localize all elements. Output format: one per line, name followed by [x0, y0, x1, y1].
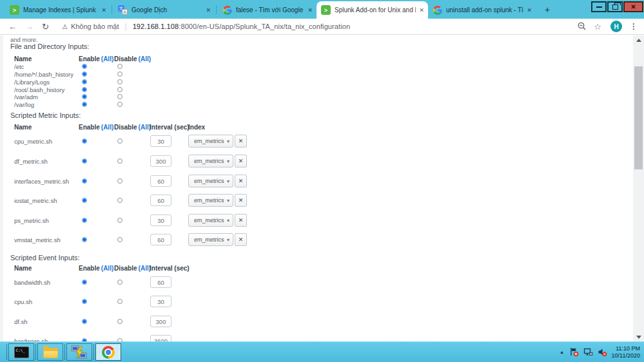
taskbar-command-prompt[interactable]: C:\_: [8, 343, 34, 361]
enable-radio[interactable]: [82, 319, 87, 324]
remove-button[interactable]: ✕: [235, 155, 247, 167]
input-name: vmstat_metric.sh: [14, 236, 61, 243]
back-button[interactable]: ←: [8, 22, 17, 32]
tab-google-translate[interactable]: 文 A Google Dịch ✕: [113, 1, 215, 19]
disable-radio[interactable]: [117, 237, 122, 242]
input-name: df_metric.sh: [14, 158, 48, 165]
disable-radio[interactable]: [117, 158, 122, 164]
address-bar[interactable]: 192.168.1.108:8000/en-US/app/Splunk_TA_n…: [133, 23, 351, 30]
scroll-thumb[interactable]: [634, 66, 643, 169]
menu-icon[interactable]: ⋮: [630, 22, 638, 31]
disable-radio[interactable]: [117, 87, 122, 92]
enable-radio[interactable]: [82, 87, 87, 92]
interval-input[interactable]: 60: [150, 195, 171, 206]
index-select[interactable]: em_metrics▾: [188, 214, 233, 227]
index-select-value: em_metrics: [194, 197, 224, 204]
remove-button[interactable]: ✕: [235, 233, 247, 246]
taskbar-putty[interactable]: [66, 343, 92, 361]
interval-input[interactable]: 30: [150, 296, 171, 307]
close-icon[interactable]: ✕: [419, 7, 424, 14]
warning-icon[interactable]: ⚠: [62, 23, 68, 30]
close-icon[interactable]: ✕: [206, 7, 211, 14]
interval-input[interactable]: 60: [150, 234, 171, 245]
tab-google-search-uninstall[interactable]: uninstall add-on splunk - Tìm v ✕: [428, 1, 536, 19]
interval-input[interactable]: 30: [150, 214, 171, 226]
remove-button[interactable]: ✕: [235, 175, 247, 187]
disable-radio[interactable]: [117, 218, 122, 223]
clock[interactable]: 11:10 PM 10/11/2020: [612, 345, 640, 359]
enable-all-link[interactable]: (All): [101, 55, 113, 62]
disable-radio[interactable]: [117, 94, 122, 99]
disable-radio[interactable]: [117, 178, 122, 184]
enable-radio[interactable]: [82, 178, 87, 184]
disable-radio[interactable]: [117, 79, 122, 84]
remove-button[interactable]: ✕: [235, 194, 247, 207]
restore-button[interactable]: [607, 1, 623, 12]
close-icon[interactable]: ✕: [101, 7, 106, 14]
disable-radio[interactable]: [117, 299, 122, 304]
disable-radio[interactable]: [117, 319, 122, 324]
star-icon[interactable]: ☆: [594, 22, 601, 32]
zoom-icon[interactable]: [578, 22, 586, 32]
forward-button[interactable]: →: [25, 22, 34, 32]
enable-radio[interactable]: [82, 299, 87, 304]
enable-all-link[interactable]: (All): [101, 265, 113, 272]
index-select-value: em_metrics: [194, 236, 224, 243]
tab-splunk-addon-active[interactable]: > Splunk Add-on for Unix and Lin ✕: [317, 1, 428, 19]
scrollbar[interactable]: [633, 35, 644, 341]
enable-radio[interactable]: [82, 237, 87, 242]
disable-radio[interactable]: [117, 102, 122, 107]
interval-input[interactable]: 3600: [150, 335, 171, 341]
volume-muted-icon[interactable]: [598, 347, 607, 357]
index-select[interactable]: em_metrics▾: [188, 233, 233, 246]
taskbar-chrome[interactable]: [95, 343, 121, 361]
enable-radio[interactable]: [82, 280, 87, 285]
window-close-button[interactable]: ✕: [623, 1, 643, 12]
scroll-down-icon[interactable]: [633, 332, 644, 341]
avatar[interactable]: H: [610, 21, 622, 32]
enable-radio[interactable]: [82, 218, 87, 223]
interval-input[interactable]: 30: [150, 135, 171, 147]
close-icon[interactable]: ✕: [527, 7, 532, 14]
interval-input[interactable]: 60: [150, 276, 171, 288]
enable-radio[interactable]: [82, 198, 87, 203]
enable-all-link[interactable]: (All): [101, 124, 113, 131]
tray-expand-icon[interactable]: ▴: [561, 349, 563, 355]
index-select[interactable]: em_metrics▾: [188, 155, 233, 167]
security-label[interactable]: Không bảo mật: [71, 23, 119, 30]
close-icon[interactable]: ✕: [307, 7, 313, 14]
taskbar-divider: [93, 344, 94, 360]
index-select[interactable]: em_metrics▾: [188, 175, 233, 187]
interval-input[interactable]: 300: [150, 155, 171, 167]
remove-button[interactable]: ✕: [235, 135, 247, 148]
reload-button[interactable]: ↻: [42, 22, 49, 32]
enable-radio[interactable]: [82, 138, 87, 144]
interval-input[interactable]: 300: [150, 316, 171, 327]
new-tab-button[interactable]: +: [540, 2, 555, 17]
caret-down-icon: ▾: [227, 218, 229, 224]
enable-radio[interactable]: [82, 71, 87, 77]
disable-radio[interactable]: [117, 198, 122, 203]
interval-input[interactable]: 60: [150, 175, 171, 187]
enable-radio[interactable]: [82, 79, 87, 84]
enable-radio[interactable]: [82, 102, 87, 107]
enable-radio[interactable]: [82, 94, 87, 99]
disable-radio[interactable]: [117, 64, 122, 69]
taskbar-file-explorer[interactable]: [37, 343, 63, 361]
flag-alert-icon[interactable]: [569, 347, 579, 357]
enable-radio[interactable]: [82, 158, 87, 164]
tab-google-search-falese[interactable]: falese - Tìm với Google ✕: [218, 1, 317, 19]
index-select[interactable]: em_metrics▾: [188, 135, 233, 148]
disable-radio[interactable]: [117, 71, 122, 77]
remove-button[interactable]: ✕: [235, 214, 247, 227]
disable-all-link[interactable]: (All): [139, 55, 151, 62]
disable-radio[interactable]: [117, 138, 122, 144]
scroll-up-icon[interactable]: [633, 35, 644, 44]
tab-manage-indexes[interactable]: > Manage Indexes | Splunk 8.0.5 ✕: [5, 1, 110, 19]
network-icon[interactable]: [583, 347, 593, 357]
translate-a-glyph: A: [122, 9, 128, 15]
index-select[interactable]: em_metrics▾: [188, 194, 233, 207]
enable-radio[interactable]: [82, 64, 87, 69]
minimize-button[interactable]: [591, 1, 607, 12]
disable-radio[interactable]: [117, 280, 122, 285]
